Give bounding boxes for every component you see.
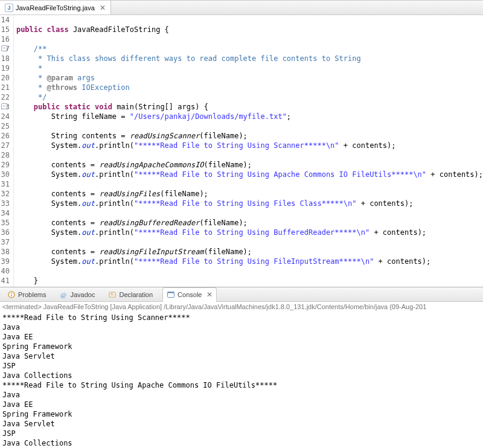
tab-console[interactable]: Console ✕ — [162, 287, 217, 302]
line-number: 20 — [0, 73, 10, 83]
code-content[interactable]: public class JavaReadFileToString { /** … — [14, 15, 483, 287]
tab-javadoc-label: Javadoc — [70, 291, 95, 298]
code-line[interactable] — [16, 179, 483, 189]
code-line[interactable]: * — [16, 63, 483, 73]
console-output[interactable]: *****Read File to String Using Scanner**… — [0, 313, 483, 448]
code-token: "/Users/pankaj/Downloads/myfile.txt" — [130, 112, 287, 121]
code-line[interactable]: /** — [16, 44, 483, 54]
code-token: { — [160, 25, 168, 34]
tab-declaration[interactable]: Declaration — [104, 288, 156, 301]
code-line[interactable]: public static void main(String[] args) { — [16, 102, 483, 112]
code-line[interactable]: * @param args — [16, 73, 483, 83]
line-number: 33 — [0, 199, 10, 208]
code-token: (fileName); — [204, 161, 252, 169]
svg-point-1 — [11, 293, 12, 294]
tab-problems-label: Problems — [18, 291, 46, 298]
code-token — [16, 45, 34, 53]
code-token: ; — [287, 112, 291, 121]
console-line: JSP — [2, 361, 481, 371]
code-line[interactable]: System.out.println("*****Read File to St… — [16, 228, 483, 237]
console-icon — [167, 290, 175, 299]
code-token: + contents); — [374, 257, 430, 266]
code-token: + contents); — [356, 199, 413, 208]
fold-toggle-icon[interactable]: − — [1, 45, 7, 51]
views-tab-bar: Problems @ Javadoc Declaration Console ✕ — [0, 287, 483, 302]
code-line[interactable]: contents = readUsingApacheCommonsIO(file… — [16, 160, 483, 170]
line-number-gutter: 14151617−181920212223−242526272829303132… — [0, 15, 14, 287]
code-editor[interactable]: 14151617−181920212223−242526272829303132… — [0, 15, 483, 287]
code-line[interactable]: contents = readUsingFiles(fileName); — [16, 189, 483, 199]
close-view-icon[interactable]: ✕ — [204, 290, 213, 299]
console-line: Spring Framework — [2, 409, 481, 419]
code-token: + contents); — [339, 141, 396, 150]
code-token: static — [64, 103, 90, 111]
tab-javadoc[interactable]: @ Javadoc — [56, 288, 98, 301]
code-token: "*****Read File to String Using Buffered… — [134, 228, 369, 237]
editor-tab[interactable]: J JavaReadFileToString.java ✕ — [0, 1, 111, 14]
code-line[interactable] — [16, 150, 483, 160]
code-token: JavaReadFileToString — [73, 25, 161, 34]
code-line[interactable]: System.out.println("*****Read File to St… — [16, 141, 483, 150]
code-line[interactable] — [16, 208, 483, 218]
code-token — [16, 103, 34, 111]
svg-rect-2 — [11, 295, 11, 296]
code-line[interactable] — [16, 266, 483, 276]
code-token: String contents = — [16, 132, 130, 140]
code-token: args — [73, 74, 95, 82]
line-number: 30 — [0, 170, 10, 179]
code-token: (fileName); — [160, 190, 208, 198]
code-line[interactable]: * This class shows different ways to rea… — [16, 54, 483, 63]
code-token — [16, 64, 34, 72]
tab-problems[interactable]: Problems — [4, 288, 50, 301]
code-line[interactable]: System.out.println("*****Read File to St… — [16, 170, 483, 179]
console-line: Spring Framework — [2, 342, 481, 351]
line-number: 41 — [0, 276, 10, 286]
line-number: 42 — [0, 286, 10, 287]
code-token: public — [34, 103, 60, 111]
code-line[interactable]: * @throws IOException — [16, 83, 483, 92]
code-token: (fileName); — [199, 132, 247, 140]
java-file-icon: J — [5, 4, 13, 12]
code-token: contents = — [16, 219, 99, 227]
code-token: (fileName); — [199, 219, 247, 227]
code-line[interactable]: contents = readUsingFileInputStream(file… — [16, 247, 483, 257]
code-line[interactable]: String fileName = "/Users/pankaj/Downloa… — [16, 112, 483, 121]
code-line[interactable]: System.out.println("*****Read File to St… — [16, 199, 483, 208]
line-number: 26 — [0, 131, 10, 141]
code-token — [16, 93, 34, 101]
line-number: 32 — [0, 189, 10, 199]
line-number: 16 — [0, 34, 10, 44]
console-line: Java — [2, 322, 481, 332]
console-line: Java EE — [2, 400, 481, 409]
code-line[interactable]: } — [16, 276, 483, 286]
close-tab-icon[interactable]: ✕ — [97, 4, 106, 12]
code-token: * This class shows different ways to rea… — [34, 54, 361, 63]
code-line[interactable]: contents = readUsingBufferedReader(fileN… — [16, 218, 483, 228]
code-token: * — [34, 64, 47, 72]
code-line[interactable] — [16, 121, 483, 131]
code-line[interactable] — [16, 286, 483, 287]
fold-toggle-icon[interactable]: − — [1, 103, 7, 109]
code-token: /** — [34, 45, 47, 53]
console-line: JSP — [2, 429, 481, 438]
code-line[interactable] — [16, 15, 483, 25]
code-line[interactable] — [16, 34, 483, 44]
line-number: 17− — [0, 44, 10, 54]
line-number: 29 — [0, 160, 10, 170]
code-token: class — [47, 25, 69, 34]
code-line[interactable]: */ — [16, 92, 483, 102]
code-token: out — [82, 199, 95, 208]
code-token: System. — [16, 257, 82, 266]
svg-rect-5 — [110, 293, 113, 294]
console-line: Java EE — [2, 332, 481, 342]
code-token: } — [16, 277, 38, 285]
code-token — [69, 25, 73, 34]
code-line[interactable]: public class JavaReadFileToString { — [16, 25, 483, 34]
code-line[interactable]: System.out.println("*****Read File to St… — [16, 257, 483, 266]
code-token: .println( — [95, 141, 134, 150]
code-line[interactable]: String contents = readUsingScanner(fileN… — [16, 131, 483, 141]
code-line[interactable] — [16, 237, 483, 247]
code-token: contents = — [16, 248, 99, 256]
editor-tab-bar: J JavaReadFileToString.java ✕ — [0, 1, 483, 15]
code-token: readUsingApacheCommonsIO — [99, 161, 203, 169]
